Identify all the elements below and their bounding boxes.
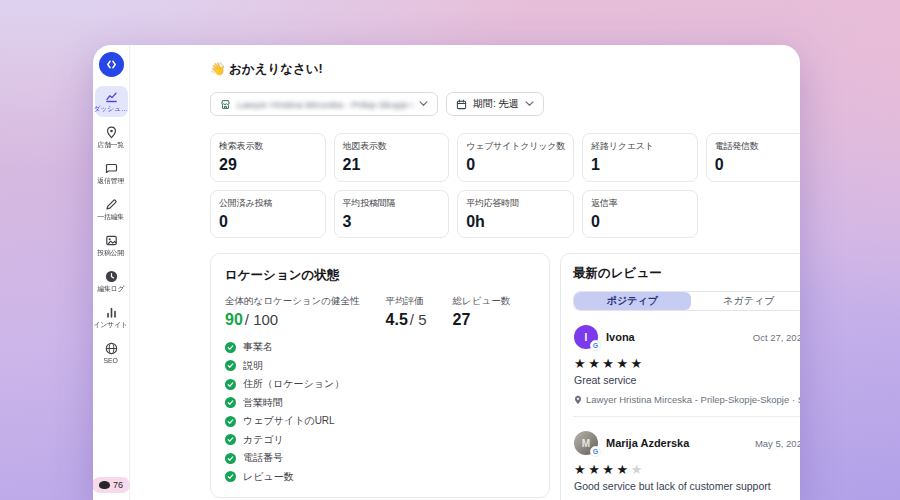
reviews-card: 最新のレビュー ポジティブ ネガティブ I G Ivona Oct 27, 20… [560,253,800,500]
check-circle-icon [225,360,236,371]
chevron-down-icon [525,101,534,107]
metric-health: 全体的なロケーションの健全性 90/ 100 [225,295,360,329]
stat-card-website-clicks[interactable]: ウェブサイトクリック数0 [457,133,574,182]
locations-icon [105,126,118,139]
main-content: 👋 おかえりなさい! Lawyer Hristina Mirceska - Pr… [130,45,800,500]
review-date: May 5, 2025 [755,438,800,449]
review-text: Good service but lack of customer suppor… [574,480,800,492]
avatar-initial: I [585,332,588,343]
credits-count: 76 [113,480,123,490]
check-circle-icon [225,379,236,390]
chevron-down-icon [419,101,428,107]
google-badge-icon: G [590,340,601,351]
dashboard-icon [105,90,118,103]
metric-total-reviews: 総レビュー数 27 [453,295,511,329]
review-location: Lawyer Hristina Mirceska - Prilep-Skopje… [574,394,800,405]
stat-card-direction-requests[interactable]: 経路リクエスト1 [582,133,698,182]
replies-icon [105,162,118,175]
reviewer-name: Ivona [606,331,635,343]
content-columns: ロケーションの状態 全体的なロケーションの健全性 90/ 100 平均評価 4.… [210,253,800,500]
sidebar-item-label: 返信管理 [98,176,125,185]
tab-positive[interactable]: ポジティブ [574,292,691,310]
edit-log-icon [105,270,118,283]
check-item-phone: 電話番号 [225,451,535,465]
location-status-title: ロケーションの状態 [225,267,535,284]
status-metrics: 全体的なロケーションの健全性 90/ 100 平均評価 4.5/ 5 総レビュー… [225,295,535,329]
review-item[interactable]: I G Ivona Oct 27, 2025 ★★★★★ Great servi… [573,311,800,417]
location-selector-value: Lawyer Hristina Mirceska - Prilep-Skopje… [237,99,413,110]
sidebar-item-seo[interactable]: SEO [95,338,128,368]
health-score: 90 [225,311,243,328]
stats-grid: 検索表示数29 地図表示数21 ウェブサイトクリック数0 経路リクエスト1 電話… [210,133,800,238]
check-item-address: 住所（ロケーション） [225,377,535,391]
stat-card-map-impressions[interactable]: 地図表示数21 [334,133,450,182]
check-item-review-count: レビュー数 [225,470,535,484]
welcome-heading: 👋 おかえりなさい! [210,61,800,78]
sidebar-item-insights[interactable]: インサイト [95,302,128,333]
check-item-website-url: ウェブサイトのURL [225,414,535,428]
reviews-title: 最新のレビュー [573,265,800,282]
avatar: M G [574,431,598,455]
review-item[interactable]: M G Marija Azderska May 5, 2025 ★★★★★ Go… [573,417,800,500]
stat-card-search-impressions[interactable]: 検索表示数29 [210,133,326,182]
check-circle-icon [225,397,236,408]
avatar: I G [574,325,598,349]
period-selector[interactable]: 期間: 先週 [446,92,544,116]
sidebar-item-label: ダッシュ… [94,104,128,113]
check-item-hours: 営業時間 [225,396,535,410]
sidebar-nav: ダッシュ… 店舗一覧 返信管理 一括編集 投稿公開 編集ログ [95,86,128,373]
sidebar-item-label: 一括編集 [98,212,125,221]
review-date: Oct 27, 2025 [753,332,800,343]
sidebar-item-replies[interactable]: 返信管理 [95,158,128,189]
total-reviews: 27 [453,311,471,328]
seo-icon [105,342,118,355]
logo-glyph-icon [105,58,118,71]
reviewer-name: Marija Azderska [606,437,689,449]
app-logo[interactable] [99,52,124,77]
check-item-category: カテゴリ [225,433,535,447]
avg-rating: 4.5 [386,311,408,328]
store-icon [220,99,231,110]
location-status-card: ロケーションの状態 全体的なロケーションの健全性 90/ 100 平均評価 4.… [210,253,550,498]
sidebar: ダッシュ… 店舗一覧 返信管理 一括編集 投稿公開 編集ログ [93,45,130,500]
sidebar-item-label: 編集ログ [97,284,124,293]
tab-negative[interactable]: ネガティブ [691,292,800,310]
stat-card-avg-post-interval[interactable]: 平均投稿間隔3 [334,190,450,239]
check-item-business-name: 事業名 [225,340,535,354]
google-badge-icon: G [590,446,601,457]
star-rating: ★★★★★ [574,357,800,370]
star-rating: ★★★★★ [574,463,800,476]
sidebar-item-locations[interactable]: 店舗一覧 [95,122,128,153]
calendar-icon [456,99,467,110]
check-circle-icon [225,434,236,445]
check-circle-icon [225,416,236,427]
location-selector[interactable]: Lawyer Hristina Mirceska - Prilep-Skopje… [210,92,438,116]
pin-icon [574,395,582,405]
avatar-initial: M [582,438,590,449]
credits-badge[interactable]: 76 [93,477,130,493]
stat-card-phone-calls[interactable]: 電話発信数0 [706,133,800,182]
sidebar-item-label: インサイト [94,320,128,329]
filters-row: Lawyer Hristina Mirceska - Prilep-Skopje… [210,92,800,116]
stat-card-published-posts[interactable]: 公開済み投稿0 [210,190,326,239]
sidebar-item-edit-log[interactable]: 編集ログ [95,266,128,297]
posts-icon [105,234,118,247]
check-circle-icon [225,453,236,464]
check-circle-icon [225,342,236,353]
stat-card-avg-response-time[interactable]: 平均応答時間0h [457,190,574,239]
sidebar-item-label: 投稿公開 [98,248,125,257]
review-text: Great service [574,374,800,386]
sidebar-item-bulk-edit[interactable]: 一括編集 [95,194,128,225]
credits-icon [99,481,110,489]
sidebar-item-label: 店舗一覧 [98,140,125,149]
sidebar-item-posts[interactable]: 投稿公開 [95,230,128,261]
check-circle-icon [225,471,236,482]
sidebar-item-dashboard[interactable]: ダッシュ… [95,86,128,117]
metric-avg-rating: 平均評価 4.5/ 5 [386,295,427,329]
stat-card-reply-rate[interactable]: 返信率0 [582,190,698,239]
period-selector-value: 期間: 先週 [473,97,519,111]
app-window: ダッシュ… 店舗一覧 返信管理 一括編集 投稿公開 編集ログ [93,45,800,500]
health-checklist: 事業名 説明 住所（ロケーション） 営業時間 ウェブサイトのURL カテゴリ 電… [225,340,535,484]
bulk-edit-icon [105,198,118,211]
left-column: ロケーションの状態 全体的なロケーションの健全性 90/ 100 平均評価 4.… [210,253,550,500]
